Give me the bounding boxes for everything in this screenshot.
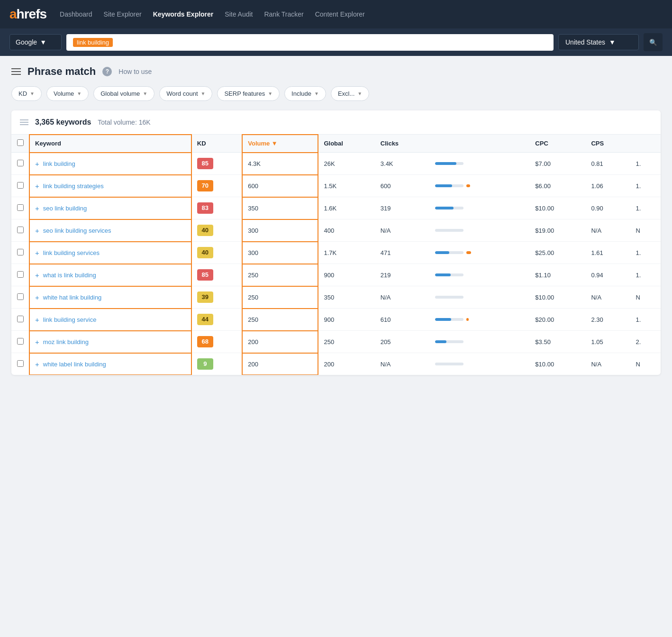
search-engine-select[interactable]: Google ▼ bbox=[9, 34, 62, 50]
add-keyword-icon[interactable]: + bbox=[35, 204, 39, 212]
row-checkbox-cell bbox=[11, 197, 29, 219]
sidebar-toggle-icon[interactable] bbox=[11, 68, 21, 75]
row-checkbox[interactable] bbox=[17, 360, 24, 367]
row-volume-cell: 250 bbox=[242, 309, 318, 331]
add-keyword-icon[interactable]: + bbox=[35, 182, 39, 190]
nav-content-explorer[interactable]: Content Explorer bbox=[315, 10, 365, 18]
row-checkbox[interactable] bbox=[17, 182, 24, 189]
row-keyword-cell: + moz link building bbox=[29, 331, 191, 353]
add-keyword-icon[interactable]: + bbox=[35, 293, 39, 301]
row-cpc-cell: $10.00 bbox=[529, 197, 585, 219]
results-header: 3,365 keywords Total volume: 16K bbox=[11, 110, 661, 135]
select-all-checkbox[interactable] bbox=[17, 139, 24, 146]
word-count-chevron-icon: ▼ bbox=[201, 91, 206, 96]
nav-keywords-explorer[interactable]: Keywords Explorer bbox=[153, 10, 214, 18]
row-clicks-cell: 610 bbox=[375, 309, 429, 331]
country-select[interactable]: United States ▼ bbox=[558, 34, 639, 50]
keyword-link[interactable]: seo link building services bbox=[43, 227, 111, 234]
search-input-wrap[interactable]: link building bbox=[66, 34, 554, 51]
row-volume-cell: 200 bbox=[242, 353, 318, 375]
th-global[interactable]: Global bbox=[318, 135, 374, 153]
row-checkbox[interactable] bbox=[17, 204, 24, 211]
keyword-link[interactable]: moz link building bbox=[43, 338, 89, 346]
row-cps-cell: 1.05 bbox=[585, 331, 630, 353]
serp-features-filter-button[interactable]: SERP features ▼ bbox=[217, 86, 280, 101]
exclude-filter-button[interactable]: Excl... ▼ bbox=[331, 86, 369, 101]
add-keyword-icon[interactable]: + bbox=[35, 160, 39, 168]
top-navigation: ahrefs Dashboard Site Explorer Keywords … bbox=[0, 0, 672, 28]
nav-site-explorer[interactable]: Site Explorer bbox=[104, 10, 142, 18]
add-keyword-icon[interactable]: + bbox=[35, 227, 39, 235]
table-row: + seo link building 83 350 1.6K 319 $10.… bbox=[11, 197, 661, 219]
kd-badge: 40 bbox=[197, 247, 213, 258]
search-bar: Google ▼ link building United States ▼ 🔍 bbox=[0, 28, 672, 56]
search-button[interactable]: 🔍 bbox=[644, 33, 663, 51]
row-checkbox-cell bbox=[11, 242, 29, 264]
row-global-cell: 250 bbox=[318, 331, 374, 353]
row-more-cell: 1. bbox=[630, 153, 661, 175]
help-badge[interactable]: ? bbox=[102, 67, 112, 76]
include-filter-button[interactable]: Include ▼ bbox=[284, 86, 326, 101]
row-more-cell: N bbox=[630, 353, 661, 375]
keyword-link[interactable]: seo link building bbox=[43, 205, 87, 212]
th-volume[interactable]: Volume ▼ bbox=[242, 135, 318, 153]
add-keyword-icon[interactable]: + bbox=[35, 360, 39, 368]
row-checkbox[interactable] bbox=[17, 271, 24, 278]
add-keyword-icon[interactable]: + bbox=[35, 249, 39, 257]
row-checkbox[interactable] bbox=[17, 227, 24, 233]
row-cpc-cell: $6.00 bbox=[529, 175, 585, 197]
engine-chevron-icon: ▼ bbox=[40, 38, 46, 46]
kd-badge: 85 bbox=[197, 158, 213, 169]
row-clicks-cell: N/A bbox=[375, 219, 429, 242]
keyword-link[interactable]: link building strategies bbox=[43, 182, 104, 190]
th-checkbox bbox=[11, 135, 29, 153]
row-kd-cell: 68 bbox=[191, 331, 242, 353]
nav-rank-tracker[interactable]: Rank Tracker bbox=[264, 10, 303, 18]
table-row: + seo link building services 40 300 400 … bbox=[11, 219, 661, 242]
how-to-use-link[interactable]: How to use bbox=[118, 68, 152, 75]
keyword-link[interactable]: white hat link building bbox=[43, 294, 102, 301]
row-checkbox[interactable] bbox=[17, 249, 24, 255]
kd-filter-chevron-icon: ▼ bbox=[30, 91, 35, 96]
row-cpc-cell: $7.00 bbox=[529, 153, 585, 175]
keyword-link[interactable]: white label link building bbox=[43, 361, 106, 368]
keyword-link[interactable]: link building bbox=[43, 160, 75, 167]
volume-filter-button[interactable]: Volume ▼ bbox=[46, 86, 89, 101]
row-keyword-cell: + what is link building bbox=[29, 264, 191, 286]
row-volume-cell: 600 bbox=[242, 175, 318, 197]
table-row: + link building strategies 70 600 1.5K 6… bbox=[11, 175, 661, 197]
keyword-link[interactable]: what is link building bbox=[43, 272, 96, 279]
row-checkbox[interactable] bbox=[17, 160, 24, 166]
th-keyword[interactable]: Keyword bbox=[29, 135, 191, 153]
row-cpc-cell: $20.00 bbox=[529, 309, 585, 331]
row-clicks-cell: 3.4K bbox=[375, 153, 429, 175]
word-count-filter-button[interactable]: Word count ▼ bbox=[159, 86, 212, 101]
add-keyword-icon[interactable]: + bbox=[35, 316, 39, 324]
row-checkbox[interactable] bbox=[17, 316, 24, 322]
nav-site-audit[interactable]: Site Audit bbox=[225, 10, 253, 18]
keyword-link[interactable]: link building service bbox=[43, 316, 97, 323]
row-checkbox[interactable] bbox=[17, 293, 24, 300]
row-volume-cell: 250 bbox=[242, 264, 318, 286]
volume-filter-chevron-icon: ▼ bbox=[77, 91, 82, 96]
row-cps-cell: 0.94 bbox=[585, 264, 630, 286]
global-volume-filter-button[interactable]: Global volume ▼ bbox=[93, 86, 154, 101]
th-clicks[interactable]: Clicks bbox=[375, 135, 429, 153]
nav-dashboard[interactable]: Dashboard bbox=[60, 10, 92, 18]
row-cps-cell: N/A bbox=[585, 286, 630, 309]
keyword-link[interactable]: link building services bbox=[43, 249, 100, 256]
th-cpc[interactable]: CPC bbox=[529, 135, 585, 153]
add-keyword-icon[interactable]: + bbox=[35, 271, 39, 279]
row-volume-cell: 300 bbox=[242, 242, 318, 264]
row-checkbox-cell bbox=[11, 264, 29, 286]
th-cps[interactable]: CPS bbox=[585, 135, 630, 153]
row-checkbox-cell bbox=[11, 353, 29, 375]
row-kd-cell: 85 bbox=[191, 153, 242, 175]
row-cps-cell: 0.81 bbox=[585, 153, 630, 175]
row-checkbox[interactable] bbox=[17, 338, 24, 345]
row-clicks-bar-cell bbox=[429, 219, 529, 242]
add-keyword-icon[interactable]: + bbox=[35, 338, 39, 346]
row-global-cell: 400 bbox=[318, 219, 374, 242]
th-kd[interactable]: KD bbox=[191, 135, 242, 153]
kd-filter-button[interactable]: KD ▼ bbox=[11, 86, 42, 101]
